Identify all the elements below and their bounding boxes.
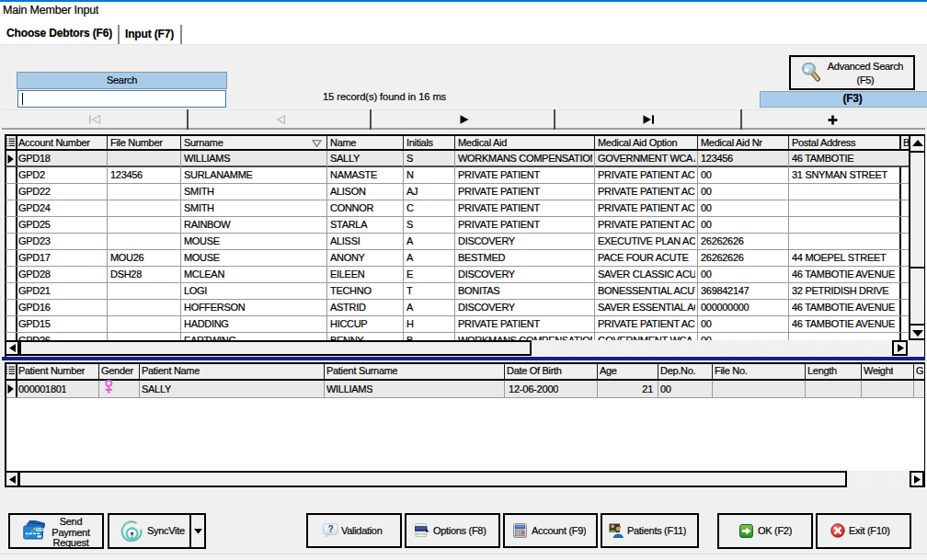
svg-text:?: ? [328,524,334,534]
